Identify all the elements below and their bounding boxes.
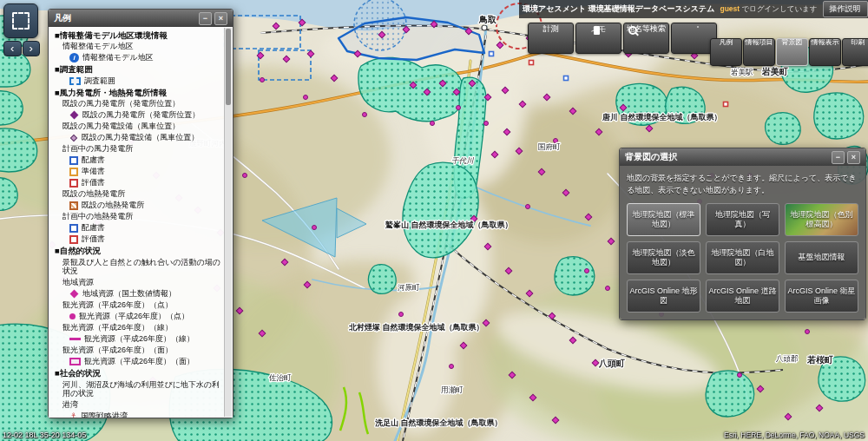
basemap-option-pale[interactable]: 地理院地図（淡色地図）	[627, 241, 700, 274]
legend-label: 景観及び人と自然との触れ合いの活動の場の状況	[62, 258, 222, 277]
assessment-square-marker[interactable]	[564, 76, 569, 81]
previous-extent-button[interactable]: ‹	[3, 41, 22, 56]
basemap-title-bar[interactable]: 背景図の選択 − ×	[620, 148, 865, 166]
top-bar: 環境アセスメント 環境基礎情報データベースシステム guest でログインしてい…	[519, 0, 868, 18]
resource-diamond-marker[interactable]	[273, 23, 279, 30]
resource-dot-marker[interactable]	[363, 113, 367, 117]
print-label: 印刷	[852, 38, 865, 46]
full-extent-button[interactable]	[3, 3, 38, 38]
login-user: guest	[720, 4, 740, 13]
minimize-icon[interactable]: −	[832, 151, 845, 164]
legend-label: 観光資源（平成26年度）（面）	[84, 357, 194, 366]
legend-label: 港湾	[62, 400, 78, 410]
basemap-option-arcgis-topo[interactable]: ArcGIS Online 地形図	[627, 280, 700, 313]
legend-header: ■自然的状況	[51, 245, 222, 256]
basemap-button-label: 背景図	[782, 38, 803, 46]
basemap-grid: 地理院地図（標準地図） 地理院地図（写真） 地理院地図（色別標高図） 地理院地図…	[627, 203, 858, 313]
toolbar-primary: 計測 メモ 地名等検索	[528, 23, 717, 54]
legend-label: 準備書	[82, 167, 105, 176]
legend-label: 情報整備モデル地区	[62, 42, 134, 51]
legend-sub: 地域資源	[51, 277, 222, 288]
measure-button[interactable]: 計測	[528, 23, 574, 54]
basemap-option-fundamental[interactable]: 基盤地図情報	[785, 241, 858, 274]
legend-label: 河川、湖沼及び海域の利用並びに地下水の利用の状況	[62, 380, 222, 399]
help-button[interactable]: 操作説明	[823, 1, 868, 17]
map-label: 河原町	[398, 283, 420, 292]
legend-item: 既設の風力発電設備（風車位置）	[51, 132, 222, 143]
assessment-square-marker[interactable]	[490, 52, 494, 56]
minimize-icon[interactable]: −	[199, 12, 212, 25]
print-button[interactable]: 印刷	[842, 38, 868, 66]
map-label: 鷲峯山 自然環境保全地域（鳥取県）	[385, 220, 513, 229]
legend-item: 地域資源（国土数値情報）	[51, 288, 222, 299]
legend-header: ■社会的状況	[51, 367, 222, 378]
basemap-option-photo[interactable]: 地理院地図（写真）	[706, 203, 779, 236]
resource-diamond-marker[interactable]	[543, 94, 550, 101]
basemap-option-elevation[interactable]: 地理院地図（色別標高図）	[785, 203, 858, 236]
memo-button[interactable]: メモ	[575, 23, 621, 54]
map-attribution: Esri, HERE, DeLorme, FAO, NOAA, USGS	[724, 431, 865, 439]
resource-dot-marker[interactable]	[738, 373, 742, 378]
legend-label: 国際戦略港湾	[81, 411, 128, 418]
legend-item: 配慮書	[51, 155, 222, 166]
resource-diamond-marker[interactable]	[307, 50, 314, 57]
legend-sub: 既設の地熱発電所	[51, 188, 222, 200]
assessment-square-marker[interactable]	[724, 102, 728, 107]
legend-label: ■自然的状況	[55, 246, 101, 255]
basemap-option-arcgis-road[interactable]: ArcGIS Online 道路地図	[706, 280, 779, 313]
legend-header: ■情報整備モデル地区環境情報	[51, 30, 222, 41]
map-label: 佐治町	[268, 373, 292, 382]
legend-title-bar[interactable]: 凡例 − ×	[49, 10, 233, 27]
legend-label: 地域資源（国土数値情報）	[82, 289, 176, 299]
resource-dot-marker[interactable]	[431, 122, 435, 126]
legend-body: ■情報整備モデル地区環境情報情報整備モデル地区i情報整備モデル地区■調査範囲調査…	[49, 27, 233, 418]
legend-item: 配慮書	[51, 222, 222, 234]
resource-dot-marker[interactable]	[806, 330, 810, 334]
close-icon[interactable]: ×	[214, 12, 227, 25]
legend-scrollbar[interactable]	[224, 28, 232, 417]
resource-dot-marker[interactable]	[526, 205, 530, 209]
legend-item: i情報整備モデル地区	[51, 52, 222, 63]
icon-wind-diamond	[70, 111, 79, 120]
resource-dot-marker[interactable]	[304, 95, 308, 100]
legend-label: ■情報整備モデル地区環境情報	[55, 30, 168, 40]
resource-dot-marker[interactable]	[585, 269, 589, 273]
basemap-panel-title: 背景図の選択	[625, 151, 677, 163]
login-suffix: でログインしています	[742, 4, 818, 13]
legend-label: 計画中の地熱発電所	[62, 212, 133, 221]
resource-dot-marker[interactable]	[312, 226, 317, 230]
resource-diamond-marker[interactable]	[283, 56, 290, 63]
resource-dot-marker[interactable]	[450, 365, 454, 369]
resource-dot-marker[interactable]	[399, 313, 404, 317]
map-label: 唐川 自然環境保全地域（鳥取県）	[602, 113, 722, 122]
legend-label: 観光資源（平成26年度）（線）	[84, 334, 194, 344]
icon-dot-m	[69, 313, 76, 319]
basemap-option-arcgis-satellite[interactable]: ArcGIS Online 衛星画像	[785, 280, 858, 313]
scrollbar-thumb[interactable]	[226, 29, 231, 105]
resource-dot-marker[interactable]	[457, 106, 461, 110]
legend-button-label: 凡例	[720, 38, 733, 46]
resource-dot-marker[interactable]	[606, 286, 610, 291]
icon-anchor: ⚓	[69, 412, 77, 418]
map-label: 国府町	[538, 142, 561, 151]
resource-dot-marker[interactable]	[243, 174, 247, 178]
assessment-square-marker[interactable]	[529, 61, 534, 65]
next-extent-button[interactable]: ›	[23, 41, 41, 56]
legend-sub: 河川、湖沼及び海域の利用並びに地下水の利用の状況	[51, 379, 222, 400]
info-display-button[interactable]: 情報表示	[809, 38, 841, 66]
basemap-option-blank[interactable]: 地理院地図（白地図）	[706, 241, 779, 274]
basemap-button[interactable]: 背景図	[776, 38, 808, 66]
legend-button[interactable]: 凡例	[710, 38, 742, 66]
basemap-option-standard[interactable]: 地理院地図（標準地図）	[627, 203, 700, 236]
legend-item: 評価書	[51, 177, 222, 188]
info-items-button[interactable]: 情報項目	[743, 38, 775, 66]
icon-line-m	[69, 338, 81, 340]
resource-dot-marker[interactable]	[260, 78, 265, 82]
close-icon[interactable]: ×	[847, 151, 860, 164]
map-label: 岩美駅	[731, 68, 753, 76]
toolbar-secondary: 凡例 情報項目 背景図 情報表示 印刷	[710, 38, 868, 66]
placename-search-button[interactable]: 地名等検索	[623, 23, 669, 54]
legend-label: ■風力発電所・地熱発電所情報	[55, 88, 167, 97]
resource-dot-marker[interactable]	[484, 122, 489, 126]
legend-label: 評価書	[82, 178, 105, 188]
